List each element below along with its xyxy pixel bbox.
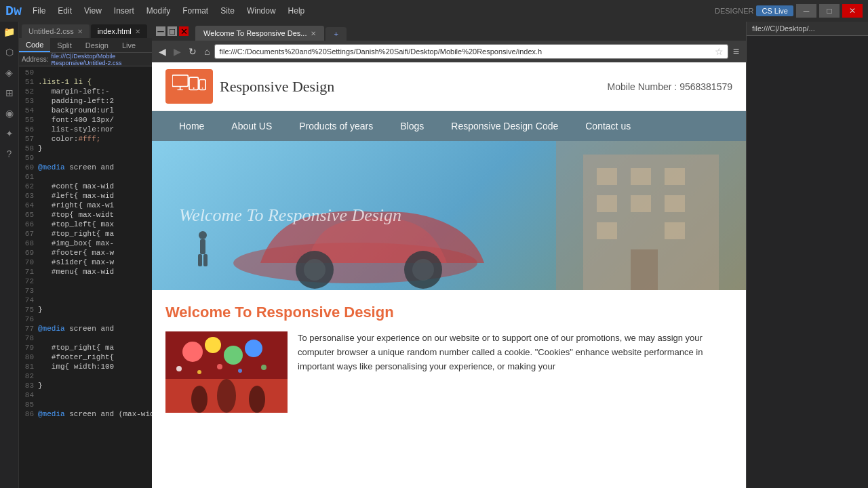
right-panel-content <box>747 36 868 41</box>
code-line: 62 #cont{ max-wid <box>19 182 152 191</box>
icon-css[interactable]: ◈ <box>3 65 15 80</box>
svg-rect-15 <box>665 168 685 185</box>
svg-point-39 <box>249 386 265 413</box>
browser-content[interactable]: Responsive Design Mobile Number : 956838… <box>152 62 746 488</box>
file-tab-css[interactable]: Untitled-2.css ✕ <box>22 24 90 38</box>
icon-help[interactable]: ? <box>5 146 14 161</box>
icon-snippets[interactable]: ✦ <box>3 126 16 141</box>
code-line: 73 <box>19 286 152 296</box>
browser-win-btns: ─ □ ✕ <box>156 26 189 36</box>
nav-contact[interactable]: Contact us <box>572 111 644 141</box>
hero-text: Welcome To Responsive Design <box>179 205 401 226</box>
code-line: 59 <box>19 153 152 163</box>
code-line: 78 <box>19 333 152 343</box>
icon-dom[interactable]: ⊞ <box>3 85 16 100</box>
browser-title-bar: ─ □ ✕ Welcome To Responsive Des... ✕ + <box>152 22 746 41</box>
split-tab[interactable]: Split <box>50 38 78 52</box>
design-tab[interactable]: Design <box>79 38 115 52</box>
close-button[interactable]: ✕ <box>842 4 863 18</box>
restore-button[interactable]: □ <box>819 4 840 18</box>
svg-rect-13 <box>597 168 617 185</box>
svg-point-35 <box>238 369 242 373</box>
icon-files[interactable]: 📁 <box>1 24 17 39</box>
live-tab[interactable]: Live <box>115 38 142 52</box>
cs-live-area: DESIGNER CS Live ─ □ ✕ <box>715 4 863 18</box>
reload-button[interactable]: ↻ <box>186 45 199 58</box>
welcome-img-svg <box>165 331 288 413</box>
file-tab-html[interactable]: index.html ✕ <box>91 24 147 38</box>
site-header: Responsive Design Mobile Number : 956838… <box>152 62 746 111</box>
nav-about[interactable]: About US <box>218 111 285 141</box>
code-line: 74 <box>19 296 152 305</box>
icon-assets[interactable]: ◉ <box>3 106 16 121</box>
menu-window[interactable]: Window <box>241 5 281 17</box>
code-line: 86@media screen and (max-width:775px){ <box>19 409 152 419</box>
code-line: 56 list-style:nor <box>19 125 152 134</box>
svg-point-37 <box>191 386 208 413</box>
hero-building <box>556 141 746 290</box>
welcome-image <box>165 331 288 413</box>
file-tab-html-close[interactable]: ✕ <box>135 28 140 35</box>
svg-rect-18 <box>665 195 685 212</box>
forward-button[interactable]: ▶ <box>171 45 184 58</box>
code-line: 52 margin-left:- <box>19 87 152 96</box>
file-tab-css-label: Untitled-2.css <box>28 27 74 35</box>
browser-close[interactable]: ✕ <box>179 26 189 36</box>
home-button[interactable]: ⌂ <box>201 45 212 58</box>
welcome-content: To personalise your experience on our we… <box>165 331 732 413</box>
menu-view[interactable]: View <box>79 5 107 17</box>
code-line: 57 color:#fff; <box>19 134 152 144</box>
person-svg <box>196 230 210 267</box>
menu-file[interactable]: File <box>27 5 51 17</box>
right-panel: file:///C|/Desktop/... <box>746 22 868 488</box>
nav-products[interactable]: Products of years <box>285 111 387 141</box>
star-icon[interactable]: ☆ <box>715 46 724 57</box>
code-line: 81 img{ width:100 <box>19 362 152 371</box>
menu-help[interactable]: Help <box>283 5 311 17</box>
code-line: 80 #footer_right{ <box>19 352 152 362</box>
url-bar[interactable]: file:///C:/Documents%20and%20Settings/Da… <box>214 44 728 59</box>
icon-code[interactable]: ⬡ <box>3 45 16 60</box>
welcome-text: To personalise your experience on our we… <box>298 331 732 413</box>
browser-tab-inactive[interactable]: + <box>326 27 346 41</box>
code-line: 70 #slider{ max-w <box>19 258 152 267</box>
code-line: 66 #top_left{ max <box>19 220 152 229</box>
code-line: 69 #footer{ max-w <box>19 248 152 258</box>
browser-minimize[interactable]: ─ <box>156 26 165 36</box>
browser-tab-active[interactable]: Welcome To Responsive Des... ✕ <box>195 26 324 41</box>
address-label: Address: <box>22 56 48 63</box>
code-line: 58} <box>19 144 152 153</box>
code-line: 72 <box>19 277 152 286</box>
cs-live-button[interactable]: CS Live <box>756 5 793 16</box>
code-editor[interactable]: 50 51.list-1 li { 52 margin-left:- 53 pa… <box>19 66 152 488</box>
back-button[interactable]: ◀ <box>156 45 169 58</box>
menu-format[interactable]: Format <box>177 5 214 17</box>
browser-menu-icon[interactable]: ≡ <box>730 45 742 58</box>
file-tab-css-close[interactable]: ✕ <box>77 28 83 35</box>
code-tab[interactable]: Code <box>19 38 50 52</box>
code-line: 83} <box>19 381 152 390</box>
svg-point-27 <box>182 342 203 362</box>
svg-point-11 <box>412 259 434 281</box>
code-line: 68 #img_box{ max- <box>19 239 152 248</box>
browser-restore[interactable]: □ <box>167 26 177 36</box>
hero-person <box>196 230 210 270</box>
code-line: 71 #menu{ max-wid <box>19 267 152 277</box>
code-line: 60@media screen and <box>19 163 152 172</box>
hero-slider: Welcome To Responsive Design <box>152 141 746 290</box>
menu-modify[interactable]: Modify <box>141 5 176 17</box>
menu-site[interactable]: Site <box>215 5 240 17</box>
nav-blogs[interactable]: Blogs <box>387 111 437 141</box>
menu-insert[interactable]: Insert <box>108 5 140 17</box>
svg-point-32 <box>176 366 182 371</box>
url-text: file:///C:/Documents%20and%20Settings/Da… <box>219 47 542 56</box>
nav-responsive[interactable]: Responsive Design Code <box>437 111 572 141</box>
browser-tabs: Welcome To Responsive Des... ✕ + <box>195 22 347 41</box>
welcome-section: Welcome To Responsive Design <box>152 290 746 426</box>
browser-tab-close[interactable]: ✕ <box>311 30 316 37</box>
nav-home[interactable]: Home <box>165 111 218 141</box>
browser-area: ─ □ ✕ Welcome To Responsive Des... ✕ + <box>152 22 746 488</box>
menu-edit[interactable]: Edit <box>52 5 77 17</box>
minimize-button[interactable]: ─ <box>796 4 816 18</box>
svg-rect-20 <box>665 222 685 239</box>
